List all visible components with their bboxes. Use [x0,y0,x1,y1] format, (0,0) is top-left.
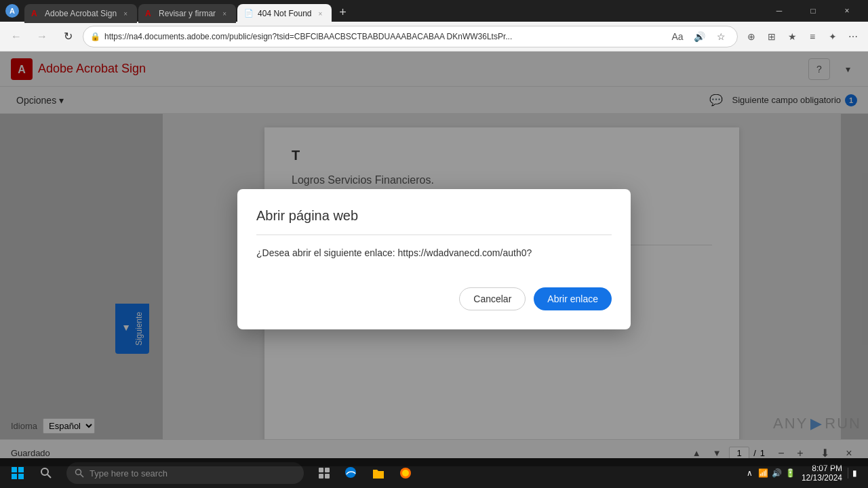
svg-line-9 [81,474,84,478]
refresh-button[interactable]: ↻ [57,26,79,47]
svg-rect-5 [18,474,24,479]
window-controls: ─ □ × [764,0,863,22]
tab-favicon-adobe: A [31,9,41,18]
favorites-button[interactable]: ☆ [711,27,730,46]
search-bar-placeholder: Type here to search [90,468,167,479]
tray-up-arrow-icon[interactable]: ∧ [745,468,755,479]
read-aloud-button[interactable]: 🔊 [690,27,709,46]
browser-extensions-button[interactable]: ⊕ [742,27,761,46]
task-view-icon [318,467,330,479]
svg-rect-13 [325,474,330,479]
favorites-bar-button[interactable]: ★ [783,27,802,46]
modal-title: Abrir página web [256,208,612,224]
back-button[interactable]: ← [5,26,27,47]
copilot-button[interactable]: ✦ [823,27,842,46]
tab-favicon-revisar: A [145,9,155,18]
cancel-button[interactable]: Cancelar [459,287,526,310]
maximize-button[interactable]: □ [797,0,829,22]
svg-rect-11 [325,468,330,472]
profile-icon[interactable]: A [5,4,19,18]
tab-title-adobe: Adobe Acrobat Sign [45,9,117,18]
svg-rect-12 [319,474,323,479]
svg-point-6 [41,468,48,475]
modal-divider [256,235,612,235]
address-bar[interactable]: 🔒 https://na4.documents.adobe.com/public… [83,26,738,47]
tray-icons: ∧ 📶 🔊 🔋 [745,468,796,479]
tab-adobe-sign[interactable]: A Adobe Acrobat Sign × [24,4,137,23]
app-content: A Adobe Acrobat Sign ? ▾ Opciones ▾ 💬 Si… [0,52,868,466]
tray-network-icon[interactable]: 📶 [758,468,769,479]
address-actions: Aa 🔊 ☆ [668,27,730,46]
close-button[interactable]: × [831,0,863,22]
search-taskbar-icon [40,467,52,479]
tab-close-notfound[interactable]: × [315,9,325,18]
modal-actions: Cancelar Abrir enlace [256,287,612,310]
windows-logo-icon [12,467,24,479]
tab-favicon-notfound: 📄 [244,9,254,18]
svg-point-8 [76,470,81,475]
toolbar-actions: ⊕ ⊞ ★ ≡ ✦ ⋯ [742,27,863,46]
system-tray: ∧ 📶 🔊 🔋 8:07 PM 12/13/2024 ▮ [739,464,864,483]
open-link-button[interactable]: Abrir enlace [534,287,612,310]
firefox-icon [399,466,412,480]
tray-battery-icon[interactable]: 🔋 [785,468,796,479]
new-tab-button[interactable]: + [333,3,352,22]
system-time[interactable]: 8:07 PM 12/13/2024 [802,464,842,483]
tray-volume-icon[interactable]: 🔊 [772,468,783,479]
split-screen-button[interactable]: ⊞ [762,27,781,46]
show-desktop-button[interactable]: ▮ [848,468,859,479]
modal-body: ¿Desea abrir el siguiente enlace: https:… [256,246,612,260]
edge-icon [344,466,358,480]
tab-not-found[interactable]: 📄 404 Not Found × [237,4,332,23]
address-bar-row: ← → ↻ 🔒 https://na4.documents.adobe.com/… [0,22,868,52]
svg-rect-2 [12,467,17,472]
svg-line-7 [47,474,51,478]
svg-rect-4 [12,474,17,479]
browser-settings-button[interactable]: ⋯ [844,27,863,46]
search-bar-icon [75,468,84,478]
translate-button[interactable]: Aa [668,27,687,46]
minimize-button[interactable]: ─ [764,0,795,22]
forward-button[interactable]: → [31,26,53,47]
browser-chrome: A A Adobe Acrobat Sign × A Revisar y fir… [0,0,868,52]
tab-title-revisar: Revisar y firmar [159,9,216,18]
svg-point-15 [402,470,409,476]
modal-overlay: Abrir página web ¿Desea abrir el siguien… [0,52,868,466]
tab-title-notfound: 404 Not Found [258,9,311,18]
svg-rect-10 [319,468,323,472]
modal-dialog: Abrir página web ¿Desea abrir el siguien… [237,189,631,329]
address-text: https://na4.documents.adobe.com/public/e… [104,32,664,41]
file-explorer-icon [372,466,385,480]
tab-close-revisar[interactable]: × [220,9,229,18]
title-bar: A A Adobe Acrobat Sign × A Revisar y fir… [0,0,868,22]
tab-revisar[interactable]: A Revisar y firmar × [138,4,236,23]
collections-button[interactable]: ≡ [803,27,822,46]
tab-close-adobe[interactable]: × [121,9,130,18]
clock-date: 12/13/2024 [802,473,842,483]
lock-icon: 🔒 [90,32,100,41]
svg-rect-3 [18,467,24,472]
tab-bar: A Adobe Acrobat Sign × A Revisar y firma… [24,0,758,22]
